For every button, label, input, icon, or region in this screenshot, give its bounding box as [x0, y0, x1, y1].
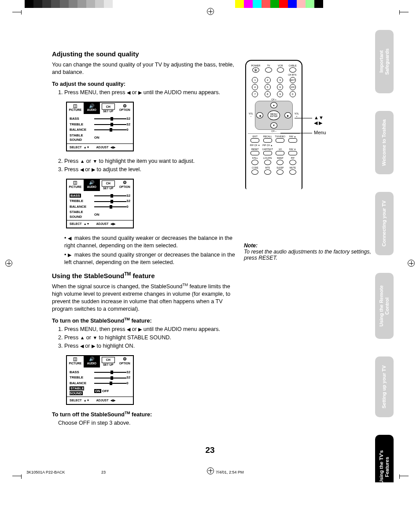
up-arrow-icon	[80, 158, 85, 164]
callout-arrows: ▲▼ ◀ ▶	[314, 115, 324, 126]
tab-setup: Setting up your TV	[375, 356, 394, 417]
tab-remote: Using the Remote Control	[375, 273, 394, 339]
step-3: Press or to adjust the level.	[64, 166, 240, 173]
subhead-turn-off: To turn off the StableSoundTM feature:	[52, 411, 240, 419]
note-heading: Note:	[244, 242, 375, 249]
osd-tab-option: ⚙OPTION	[117, 103, 133, 114]
osd-tab-setup: CHSET UP	[100, 103, 117, 114]
callout-menu: Menu	[314, 130, 326, 135]
registration-mark-icon	[5, 260, 12, 267]
heading-sound-quality: Adjusting the sound quality	[52, 50, 240, 59]
bullet-right-arrow: makes the sound quality stronger or decr…	[63, 251, 240, 266]
registration-mark-icon	[207, 8, 214, 15]
subhead-adjust: To adjust the sound quality:	[52, 81, 240, 88]
osd-menu-audio-2: ◫PICTURE 🔊AUDIO CHSET UP ⚙OPTION BASS32 …	[66, 179, 134, 228]
section-tabs: Important Safeguards Welcome to Toshiba …	[375, 30, 394, 482]
step-1: Press MENU, then press or until the AUDI…	[64, 89, 240, 96]
osd-menu-audio-1: ◫PICTURE 🔊AUDIO CHSET UP ⚙OPTION BASS32 …	[66, 102, 134, 151]
left-arrow-icon	[80, 166, 84, 173]
registration-mark-icon	[408, 260, 415, 267]
osd-menu-audio-3: ◫PICTURE 🔊AUDIO CHSET UP ⚙OPTION BASS32 …	[66, 355, 134, 405]
tab-connecting: Connecting your TV	[375, 192, 394, 255]
color-bar-strip	[0, 0, 420, 8]
note-block: Note: To reset the audio adjustments to …	[244, 242, 375, 261]
tab-welcome: Welcome to Toshiba	[375, 111, 394, 174]
intro-sound-quality: You can change the sound quality of your…	[52, 61, 240, 76]
left-arrow-icon	[127, 89, 130, 96]
turn-off-body: Choose OFF in step 3 above.	[52, 419, 240, 427]
tab-safeguards: Important Safeguards	[375, 30, 394, 93]
right-arrow-icon	[68, 252, 71, 258]
note-body: To reset the audio adjustments to the fa…	[244, 249, 375, 261]
osd-tab-audio: 🔊AUDIO	[84, 103, 100, 114]
heading-stablesound: Using the StableSoundTM feature	[52, 272, 240, 280]
crop-marks-bottom	[12, 474, 409, 481]
page-number: 23	[0, 445, 420, 455]
osd-tab-picture: ◫PICTURE	[67, 103, 84, 114]
right-arrow-icon	[92, 166, 95, 173]
down-arrow-icon	[93, 158, 98, 164]
left-arrow-icon	[68, 235, 71, 241]
bullet-left-arrow: makes the sound quality weaker or decrea…	[63, 235, 240, 250]
subhead-turn-on: To turn on the StableSoundTM feature:	[52, 317, 240, 325]
remote-control-illustration: POWER⏻ TV VCR CABLE CH RTN 1 2 3 ENT 4 5…	[245, 60, 302, 189]
step-2: Press or to highlight the item you want …	[64, 158, 240, 165]
intro-stablesound: When the signal source is changed, the S…	[52, 283, 240, 313]
